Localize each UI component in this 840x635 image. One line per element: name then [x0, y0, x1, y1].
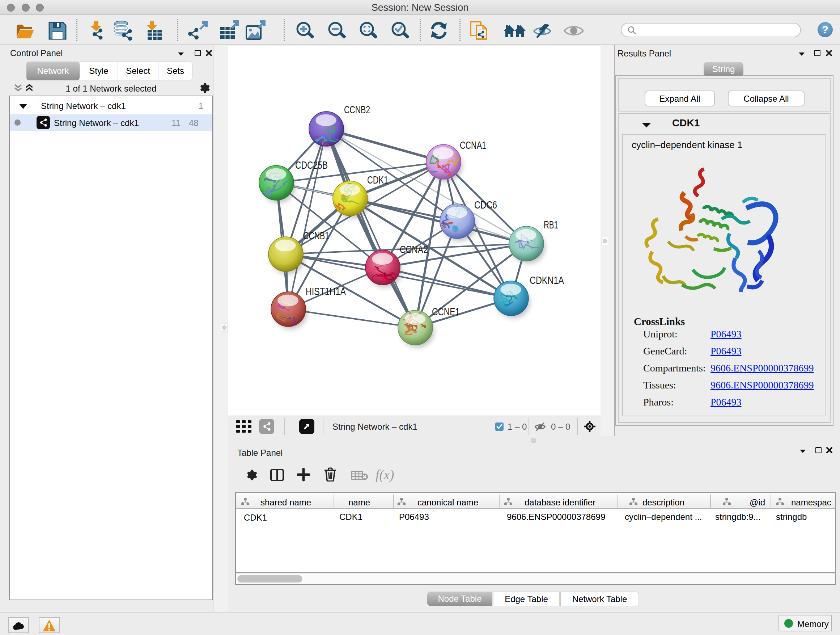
svg-text:HIST1H1A: HIST1H1A [306, 286, 346, 297]
svg-text:RB1: RB1 [544, 219, 558, 231]
svg-text:CCNA1: CCNA1 [460, 139, 486, 151]
svg-text:CCNB1: CCNB1 [303, 230, 329, 241]
svg-text:CCNE1: CCNE1 [432, 306, 460, 318]
svg-text:CDC25B: CDC25B [295, 159, 328, 171]
svg-text:CDC6: CDC6 [474, 199, 497, 211]
svg-text:CCNB2: CCNB2 [344, 104, 370, 116]
svg-text:CDKN1A: CDKN1A [530, 274, 564, 286]
svg-text:CCNA2: CCNA2 [400, 244, 428, 255]
svg-text:CDK1: CDK1 [367, 174, 388, 186]
